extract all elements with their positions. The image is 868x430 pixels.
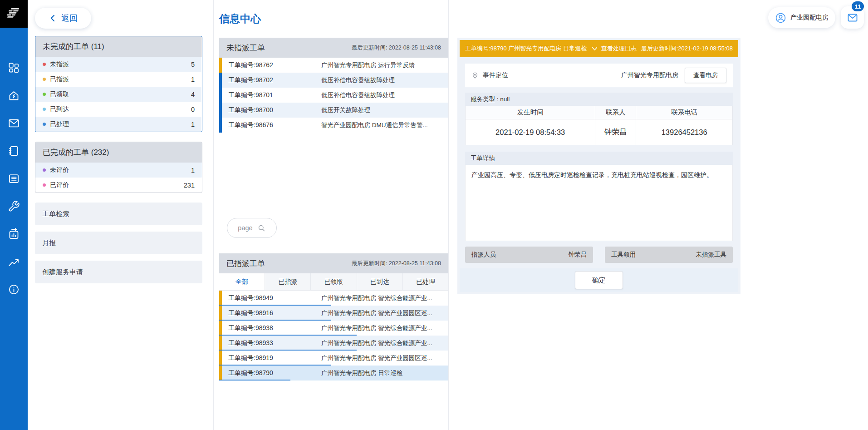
- tab-all[interactable]: 全部: [219, 273, 265, 290]
- order-id: 工单编号:98762: [228, 61, 321, 69]
- order-row[interactable]: 工单编号:98916 广州智光专用配电房 智光产业园园区巡...: [219, 306, 448, 321]
- status-row-arrived[interactable]: 已到达 0: [35, 102, 202, 117]
- list-icon[interactable]: [0, 168, 28, 190]
- wrench-icon[interactable]: [0, 195, 28, 217]
- occur-time-value: 2021-02-19 08:54:33: [466, 119, 595, 145]
- home-icon[interactable]: [0, 84, 28, 107]
- tab-claimed[interactable]: 已领取: [311, 273, 357, 290]
- status-color-bar: [219, 321, 222, 336]
- last-updated: 最后更新时间: 2022-08-25 11:43:08: [352, 44, 441, 52]
- tool-selector[interactable]: 工具领用 未指派工具: [605, 247, 733, 263]
- order-row[interactable]: 工单编号:98938 广州智光专用配电房 智光综合能源产业...: [219, 321, 448, 336]
- logo-icon: [5, 5, 23, 23]
- order-id: 工单编号:98702: [228, 76, 321, 84]
- order-id: 工单编号:98790: [228, 369, 321, 377]
- status-label: 已到达: [50, 105, 69, 114]
- order-row[interactable]: 工单编号:98762 广州智光专用配电房 运行异常反馈: [219, 58, 448, 73]
- back-label: 返回: [61, 13, 78, 24]
- confirm-strip: 确定: [460, 268, 738, 292]
- notebook-icon[interactable]: [0, 140, 28, 162]
- status-color-bar: [219, 351, 222, 366]
- status-dot: [43, 93, 46, 96]
- order-desc: 低压补偿电容器组故障处理: [321, 91, 448, 99]
- status-label: 已指派: [50, 75, 69, 84]
- chevron-down-icon: [591, 46, 598, 51]
- order-row[interactable]: 工单编号:98701 低压补偿电容器组故障处理: [219, 88, 448, 103]
- report-icon[interactable]: [0, 223, 28, 245]
- link-order-search[interactable]: 工单检索: [35, 203, 202, 225]
- assigned-orders-header: 已指派工单 最后更新时间: 2022-08-25 11:43:08: [219, 253, 448, 273]
- order-details-content: 产业园高压、专变、低压电房定时巡检检查记录，充电桩充电站巡视检查，园区维护。: [465, 165, 733, 241]
- status-row-rated[interactable]: 已评价 231: [35, 178, 202, 193]
- status-color-bar: [219, 336, 222, 351]
- back-button[interactable]: 返回: [35, 8, 91, 29]
- confirm-button[interactable]: 确定: [575, 271, 623, 289]
- dashboard-icon[interactable]: [0, 57, 28, 79]
- order-desc: 广州智光专用配电房 智光综合能源产业...: [321, 294, 448, 302]
- event-location-row: 事件定位 广州智光专用配电房 查看电房: [465, 64, 733, 87]
- tab-processed[interactable]: 已处理: [403, 273, 448, 290]
- status-color-bar: [219, 291, 222, 306]
- page-search-control[interactable]: page: [227, 218, 277, 238]
- info-center: 信息中心 未指派工单 最后更新时间: 2022-08-25 11:43:08 工…: [219, 0, 449, 430]
- order-row[interactable]: 工单编号:98700 低压开关故障处理: [219, 103, 448, 118]
- col-occur-time: 发生时间: [466, 106, 595, 119]
- order-desc: 智光产业园配电房 DMU通信异常告警...: [321, 121, 448, 129]
- trend-chart-icon[interactable]: [0, 251, 28, 273]
- card-title: 已指派工单: [226, 258, 265, 269]
- order-desc: 广州智光专用配电房 日常巡检: [321, 369, 448, 377]
- order-row[interactable]: 工单编号:98949 广州智光专用配电房 智光综合能源产业...: [219, 291, 448, 306]
- status-dot: [43, 108, 46, 111]
- mail-icon[interactable]: [0, 112, 28, 134]
- assignee-selector[interactable]: 指派人员 钟荣昌: [465, 247, 593, 263]
- current-user-label: 产业园配电房: [790, 14, 829, 22]
- unassigned-orders-card: 未指派工单 最后更新时间: 2022-08-25 11:43:08 工单编号:9…: [219, 38, 448, 133]
- status-label: 未指派: [50, 60, 69, 69]
- status-color-bar: [219, 118, 222, 133]
- view-process-log[interactable]: 查看处理日志: [591, 44, 637, 53]
- unassigned-orders-header: 未指派工单 最后更新时间: 2022-08-25 11:43:08: [219, 38, 448, 58]
- finished-orders-title: 已完成的工单 (232): [35, 142, 202, 163]
- status-dot: [43, 63, 46, 66]
- link-create-service-request[interactable]: 创建服务申请: [35, 261, 202, 283]
- status-dot: [43, 183, 46, 187]
- order-id: 工单编号:98701: [228, 91, 321, 99]
- status-row-claimed[interactable]: 已领取 4: [35, 87, 202, 102]
- order-detail-panel: 工单编号:98790 广州智光专用配电房 日常巡检 查看处理日志 最后更新时间:…: [457, 38, 740, 294]
- status-color-bar: [219, 58, 222, 73]
- order-row-selected[interactable]: 工单编号:98790 广州智光专用配电房 日常巡检: [219, 366, 448, 381]
- link-monthly-report[interactable]: 月报: [35, 232, 202, 254]
- order-row[interactable]: 工单编号:98933 广州智光专用配电房 智光综合能源产业...: [219, 336, 448, 351]
- order-desc: 广州智光专用配电房 智光综合能源产业...: [321, 324, 448, 332]
- tab-arrived[interactable]: 已到达: [357, 273, 403, 290]
- contact-value: 钟荣昌: [595, 119, 636, 145]
- current-user-chip[interactable]: 产业园配电房: [768, 7, 835, 28]
- assigned-orders-card: 已指派工单 最后更新时间: 2022-08-25 11:43:08 全部 已指派…: [219, 253, 448, 381]
- order-desc: 广州智光专用配电房 智光综合能源产业...: [321, 339, 448, 347]
- page-search-label: page: [238, 224, 252, 232]
- assigned-tabs: 全部 已指派 已领取 已到达 已处理: [219, 273, 448, 291]
- status-label: 未评价: [50, 166, 69, 174]
- order-id: 工单编号:98919: [228, 354, 321, 362]
- order-row[interactable]: 工单编号:98702 低压补偿电容器组故障处理: [219, 73, 448, 88]
- status-count: 1: [191, 167, 195, 174]
- order-row[interactable]: 工单编号:98676 智光产业园配电房 DMU通信异常告警...: [219, 118, 448, 133]
- work-order-panel: 返回 未完成的工单 (11) 未指派 5 已指派 1 已领取 4 已到达 0 已…: [35, 0, 202, 283]
- status-count: 1: [191, 76, 195, 83]
- view-room-button[interactable]: 查看电房: [685, 68, 726, 83]
- phone-value: 13926452136: [636, 119, 732, 145]
- service-type-bar: 服务类型 : null: [465, 93, 733, 106]
- order-id: 工单编号:98933: [228, 339, 321, 347]
- tab-assigned[interactable]: 已指派: [265, 273, 311, 290]
- order-desc: 低压开关故障处理: [321, 106, 448, 114]
- status-row-unassigned[interactable]: 未指派 5: [35, 57, 202, 72]
- info-icon[interactable]: [0, 278, 28, 301]
- card-title: 未指派工单: [226, 43, 265, 53]
- unread-count-badge: 11: [852, 1, 864, 11]
- page-title: 信息中心: [219, 12, 448, 26]
- status-row-unrated[interactable]: 未评价 1: [35, 163, 202, 178]
- order-details-label: 工单详情: [465, 152, 733, 165]
- status-row-processed[interactable]: 已处理 1: [35, 117, 202, 132]
- order-row[interactable]: 工单编号:98919 广州智光专用配电房 智光产业园园区巡...: [219, 351, 448, 366]
- status-row-assigned[interactable]: 已指派 1: [35, 72, 202, 87]
